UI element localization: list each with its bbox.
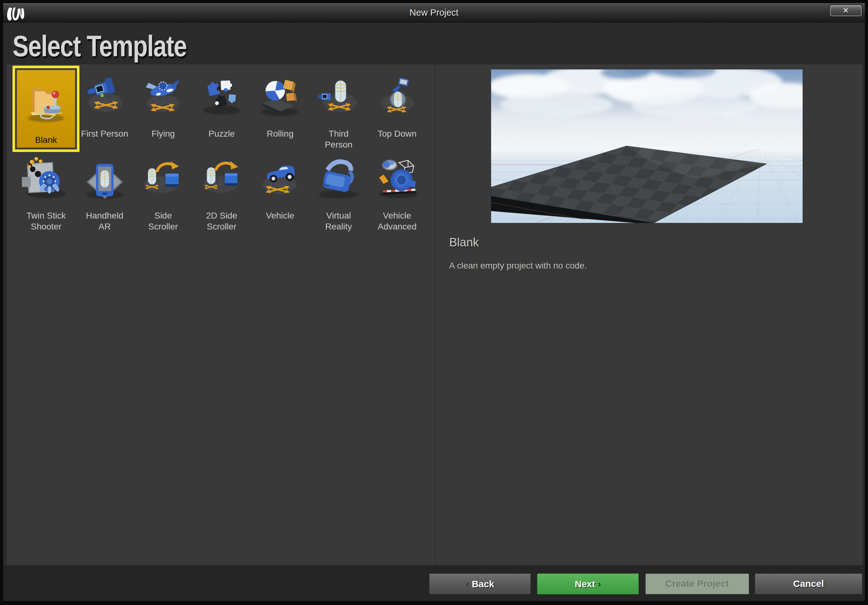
template-tile-blank[interactable]: Blank [12,66,79,152]
create-project-button[interactable]: Create Project [645,573,749,594]
page-title: Select Template [12,29,187,63]
third-person-icon [314,72,364,122]
vehicle-advanced-icon [372,154,422,204]
top-down-icon [372,72,422,122]
side-scroller-icon [138,154,188,204]
template-tile-handheld-ar[interactable]: Handheld AR [75,148,134,230]
back-button[interactable]: ‹ Back [429,573,531,594]
cancel-button-label: Cancel [793,579,824,589]
template-tile-virtual-reality[interactable]: Virtual Reality [309,148,368,230]
template-tile-first-person[interactable]: First Person [75,66,134,148]
panel-divider [435,64,436,565]
unreal-engine-logo-icon [6,5,25,23]
tile-label: Puzzle [198,128,246,139]
footer-bar: ‹ Back Next › Create Project Cancel [3,565,865,601]
template-tile-rolling[interactable]: Rolling [251,66,309,148]
tile-label: 2D Side Scroller [198,210,246,232]
puzzle-icon [197,72,247,122]
template-tile-flying[interactable]: Flying [134,66,192,148]
virtual-reality-icon [314,154,364,204]
details-title: Blank [449,236,479,249]
template-tile-top-down[interactable]: Top Down [368,66,426,148]
template-tile-vehicle-advanced[interactable]: Vehicle Advanced [368,148,426,230]
tile-label: Rolling [256,128,304,139]
cancel-button[interactable]: Cancel [755,573,862,594]
rolling-icon [255,72,305,122]
tile-label: First Person [81,128,129,139]
next-button-label: Next [575,579,595,589]
2d-side-scroller-icon [197,154,247,204]
tile-label: Virtual Reality [315,210,363,232]
template-tile-twin-stick-shooter[interactable]: Twin Stick Shooter [17,148,75,230]
blank-project-icon [21,77,71,127]
tile-label: Third Person [315,128,363,150]
template-preview-image [491,70,803,223]
window-title: New Project [3,3,865,23]
vehicle-icon [255,154,305,204]
tile-label: Top Down [373,128,421,139]
details-description: A clean empty project with no code. [449,261,587,271]
first-person-icon [80,72,130,122]
tile-label: Twin Stick Shooter [22,210,70,232]
tile-label: Handheld AR [81,210,129,232]
new-project-window: New Project ✕ Select Template [0,0,868,605]
template-tile-side-scroller[interactable]: Side Scroller [134,148,192,230]
create-project-button-label: Create Project [665,579,729,589]
template-panel: Blank First Person [7,64,862,565]
twin-stick-shooter-icon [21,154,71,204]
tile-label: Flying [139,128,188,139]
close-button[interactable]: ✕ [830,5,862,16]
template-tile-puzzle[interactable]: Puzzle [192,66,251,148]
template-tile-third-person[interactable]: Third Person [309,66,368,148]
title-bar[interactable]: New Project [3,3,865,23]
template-tile-vehicle[interactable]: Vehicle [251,148,309,230]
flying-icon [138,72,188,122]
chevron-left-icon: ‹ [466,578,469,590]
back-button-label: Back [472,579,494,589]
tile-label: Vehicle Advanced [373,210,421,232]
template-tile-2d-side-scroller[interactable]: 2D Side Scroller [192,148,251,230]
close-icon: ✕ [843,6,849,15]
tile-label: Blank [22,135,70,145]
tile-label: Vehicle [256,210,304,221]
window-frame: New Project ✕ Select Template [3,3,865,601]
tile-label: Side Scroller [139,210,188,232]
handheld-ar-icon [80,154,130,204]
chevron-right-icon: › [598,578,601,590]
next-button[interactable]: Next › [537,573,639,594]
